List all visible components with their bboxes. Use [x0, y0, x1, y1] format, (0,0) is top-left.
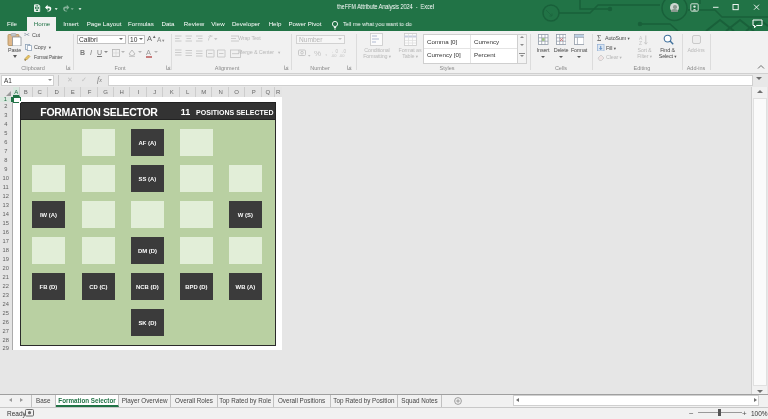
- svg-text:%: %: [314, 49, 321, 58]
- svg-text:.00: .00: [331, 53, 337, 58]
- svg-text:Z: Z: [639, 40, 642, 46]
- svg-text:.00: .00: [339, 53, 345, 58]
- svg-text:,: ,: [325, 48, 327, 57]
